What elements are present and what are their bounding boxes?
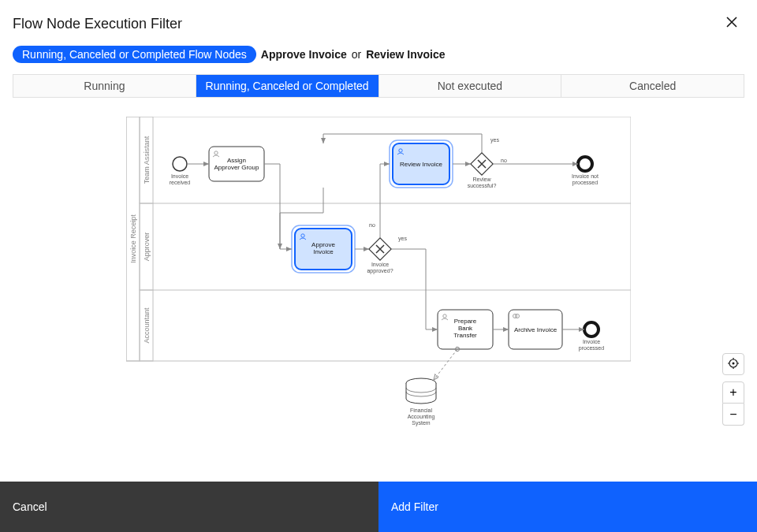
summary-node-b: Review Invoice	[366, 48, 445, 61]
modal-title: Flow Node Execution Filter	[13, 16, 182, 32]
svg-text:Archive Invoice: Archive Invoice	[514, 326, 557, 333]
bpmn-diagram-container[interactable]: Invoice Receipt Team Assistant Approver …	[13, 117, 744, 456]
svg-text:FinancialAccountingSystem: FinancialAccountingSystem	[408, 407, 435, 426]
lane-accountant: Accountant	[143, 307, 151, 344]
lane-team-assistant: Team Assistant	[143, 136, 151, 184]
svg-text:Invoice notprocessed: Invoice notprocessed	[572, 173, 599, 186]
end-event-invoice-processed[interactable]	[584, 322, 599, 337]
zoom-controls: + −	[722, 353, 744, 426]
svg-text:no: no	[369, 222, 375, 228]
svg-text:Invoicereceived: Invoicereceived	[170, 173, 191, 185]
svg-text:Invoiceprocessed: Invoiceprocessed	[579, 339, 604, 352]
svg-text:yes: yes	[490, 137, 499, 143]
summary-or: or	[352, 48, 361, 61]
add-filter-button[interactable]: Add Filter	[378, 482, 757, 532]
zoom-out-button[interactable]: −	[722, 404, 744, 426]
status-tabs: Running Running, Canceled or Completed N…	[13, 74, 744, 98]
close-icon	[725, 16, 738, 32]
plus-icon: +	[729, 386, 736, 399]
lane-approver: Approver	[143, 233, 151, 262]
svg-text:Invoiceapproved?: Invoiceapproved?	[367, 262, 393, 274]
task-approve-invoice[interactable]: ApproveInvoice	[292, 225, 355, 273]
tab-not-executed[interactable]: Not executed	[379, 75, 562, 97]
svg-text:no: no	[501, 158, 507, 163]
tab-running-canceled-completed[interactable]: Running, Canceled or Completed	[196, 75, 379, 97]
svg-point-40	[733, 362, 735, 364]
task-archive-invoice[interactable]: Archive Invoice	[509, 310, 562, 349]
bpmn-diagram[interactable]: Invoice Receipt Team Assistant Approver …	[126, 117, 631, 432]
svg-text:ApproveInvoice: ApproveInvoice	[311, 241, 335, 255]
modal-footer: Cancel Add Filter	[0, 482, 757, 532]
summary-node-a: Approve Invoice	[261, 48, 347, 61]
gateway-invoice-approved[interactable]	[369, 238, 391, 260]
svg-text:Review Invoice: Review Invoice	[400, 161, 442, 168]
filter-summary: Running, Canceled or Completed Flow Node…	[0, 43, 757, 74]
task-assign-approver-group[interactable]: AssignApprover Group	[209, 147, 264, 181]
task-review-invoice[interactable]: Review Invoice	[390, 140, 453, 188]
close-button[interactable]	[719, 11, 744, 36]
svg-text:Reviewsuccessful?: Reviewsuccessful?	[468, 177, 497, 188]
zoom-in-button[interactable]: +	[722, 381, 744, 404]
end-event-invoice-not-processed[interactable]	[578, 157, 592, 171]
tab-canceled[interactable]: Canceled	[561, 75, 744, 97]
status-chip: Running, Canceled or Completed Flow Node…	[13, 46, 256, 63]
flow-node-execution-filter-modal: Flow Node Execution Filter Running, Canc…	[0, 0, 757, 532]
cancel-button[interactable]: Cancel	[0, 482, 378, 532]
gateway-review-successful[interactable]	[471, 153, 493, 175]
tab-running[interactable]: Running	[13, 75, 196, 97]
zoom-fit-button[interactable]	[722, 353, 744, 375]
minus-icon: −	[729, 408, 736, 421]
target-icon	[728, 358, 739, 371]
modal-header: Flow Node Execution Filter	[0, 0, 757, 43]
data-store-financial-accounting-system[interactable]	[406, 378, 436, 404]
svg-text:yes: yes	[398, 236, 407, 242]
task-prepare-bank-transfer[interactable]: PrepareBankTransfer	[438, 310, 493, 349]
pool-label: Invoice Receipt	[129, 214, 137, 263]
start-event-invoice-received[interactable]	[173, 157, 187, 171]
